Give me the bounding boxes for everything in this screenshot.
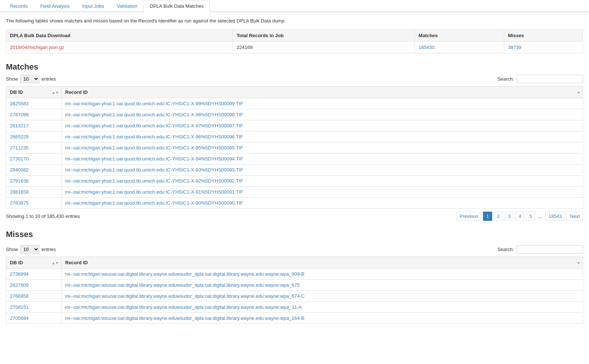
db-id-link[interactable]: 2825583: [10, 101, 29, 106]
record-id-link[interactable]: mi--oai:michigan:wsuoai:oai:digital.libr…: [65, 293, 305, 299]
matches-col-recordid[interactable]: Record ID ▼: [61, 86, 583, 98]
summary-header: Misses: [504, 30, 583, 42]
table-row: 2736894mi--oai:michigan:wsuoai:oai:digit…: [6, 269, 583, 280]
record-id-link[interactable]: mi--oai:michigan:yhsic1:oai:quod.lib.umi…: [65, 101, 243, 106]
record-id-link[interactable]: mi--oai:michigan:yhsic1:oai:quod.lib.umi…: [65, 156, 243, 162]
pagination-page-5[interactable]: 5: [526, 212, 535, 221]
tab-bar: RecordsField AnalysisInput JobsValidatio…: [0, 0, 589, 12]
db-id-link[interactable]: 2730170: [10, 156, 29, 162]
db-id-link[interactable]: 2881659: [10, 189, 29, 195]
download-link[interactable]: 2018/04/michigan.json.gz: [10, 45, 64, 50]
tab-input-jobs[interactable]: Input Jobs: [76, 0, 110, 12]
tab-validation[interactable]: Validation: [110, 0, 144, 12]
misses-col-recordid[interactable]: Record ID ▼: [61, 257, 583, 269]
pagination-previous[interactable]: Previous: [456, 212, 482, 221]
matches-entries-select[interactable]: 10 25 50 100: [20, 75, 39, 83]
db-id-link[interactable]: 2705684: [10, 315, 29, 321]
sort-icon: ▲▼: [52, 261, 59, 265]
matches-show-entries: Show 10 25 50 100 entries: [6, 75, 56, 83]
misses-section-title: Misses: [6, 230, 583, 239]
misses-search-label: Search:: [497, 247, 514, 252]
matches-controls: Show 10 25 50 100 entries Search:: [6, 75, 583, 83]
db-id-link[interactable]: 2813217: [10, 123, 29, 128]
misses-entries-label: entries: [42, 247, 56, 252]
record-id-link[interactable]: mi--oai:michigan:yhsic1:oai:quod.lib.umi…: [65, 112, 243, 117]
db-id-link[interactable]: 2665229: [10, 134, 29, 139]
table-row: 2881659mi--oai:michigan:yhsic1:oai:quod.…: [6, 187, 583, 198]
record-id-link[interactable]: mi--oai:michigan:yhsic1:oai:quod.lib.umi…: [65, 123, 243, 128]
matches-search-label: Search:: [497, 76, 514, 82]
misses-controls: Show 10 25 50 100 entries Search:: [6, 245, 583, 254]
misses-search-input[interactable]: [517, 245, 583, 254]
sort-icon: ▼: [577, 261, 581, 265]
db-id-link[interactable]: 2787099: [10, 112, 29, 117]
pagination-page-2[interactable]: 2: [494, 212, 503, 221]
tab-dpla-bulk-data-matches[interactable]: DPLA Bulk Data Matches: [144, 0, 210, 12]
table-row: 2758151mi--oai:michigan:wsuoai:oai:digit…: [6, 302, 583, 313]
record-id-link[interactable]: mi--oai:michigan:wsuoai:oai:digital.libr…: [65, 304, 302, 310]
record-id-link[interactable]: mi--oai:michigan:yhsic1:oai:quod.lib.umi…: [65, 189, 243, 195]
tab-field-analysis[interactable]: Field Analysis: [34, 0, 75, 12]
matches-section-title: Matches: [6, 62, 583, 72]
pagination-next[interactable]: Next: [567, 212, 583, 221]
matches-table: DB ID ▲▼ Record ID ▼ 2825583mi--oai:mich…: [6, 86, 583, 209]
matches-pagination: Previous12345...18543Next: [456, 212, 583, 221]
table-row: 2766958mi--oai:michigan:wsuoai:oai:digit…: [6, 291, 583, 302]
matches-col-dbid[interactable]: DB ID ▲▼: [6, 86, 61, 98]
pagination-page-18543[interactable]: 18543: [545, 212, 565, 221]
matches-search-input[interactable]: [517, 75, 583, 83]
misses-show-label: Show: [6, 247, 18, 252]
summary-header: Matches: [415, 30, 504, 42]
table-row: 2813217mi--oai:michigan:yhsic1:oai:quod.…: [6, 120, 583, 131]
matches-pagination-row: Showing 1 to 10 of 185,430 entries Previ…: [6, 212, 583, 221]
table-row: 2827809mi--oai:michigan:wsuoai:oai:digit…: [6, 280, 583, 291]
db-id-link[interactable]: 2783875: [10, 200, 29, 206]
matches-show-label: Show: [6, 76, 18, 82]
record-id-link[interactable]: mi--oai:michigan:wsuoai:oai:digital.libr…: [65, 282, 300, 288]
sort-icon: ▼: [577, 90, 581, 94]
page-description: The following tables shows matches and m…: [6, 18, 583, 24]
total-records-value: 224169: [233, 42, 415, 53]
table-row: 2791636mi--oai:michigan:yhsic1:oai:quod.…: [6, 176, 583, 187]
pagination-ellipsis: ...: [537, 212, 544, 220]
misses-table: DB ID ▲▼ Record ID ▼ 2736894mi--oai:mich…: [6, 257, 583, 324]
table-row: 2711235mi--oai:michigan:yhsic1:oai:quod.…: [6, 142, 583, 153]
matches-entries-label: entries: [42, 76, 56, 82]
db-id-link[interactable]: 2736894: [10, 271, 29, 277]
record-id-link[interactable]: mi--oai:michigan:yhsic1:oai:quod.lib.umi…: [65, 134, 243, 139]
misses-entries-select[interactable]: 10 25 50 100: [20, 245, 39, 254]
table-row: 2705684mi--oai:michigan:wsuoai:oai:digit…: [6, 313, 583, 324]
tab-records[interactable]: Records: [4, 0, 34, 12]
sort-icon: ▲▼: [52, 90, 59, 94]
db-id-link[interactable]: 2711235: [10, 145, 29, 151]
record-id-link[interactable]: mi--oai:michigan:yhsic1:oai:quod.lib.umi…: [65, 200, 243, 206]
misses-show-entries: Show 10 25 50 100 entries: [6, 245, 56, 254]
record-id-link[interactable]: mi--oai:michigan:yhsic1:oai:quod.lib.umi…: [65, 167, 243, 173]
misses-link[interactable]: 38739: [508, 45, 521, 50]
db-id-link[interactable]: 2827809: [10, 282, 29, 288]
table-row: 2783875mi--oai:michigan:yhsic1:oai:quod.…: [6, 198, 583, 209]
table-row: 2787099mi--oai:michigan:yhsic1:oai:quod.…: [6, 109, 583, 120]
matches-showing-text: Showing 1 to 10 of 185,430 entries: [6, 213, 80, 219]
record-id-link[interactable]: mi--oai:michigan:wsuoai:oai:digital.libr…: [65, 315, 304, 321]
pagination-page-4[interactable]: 4: [515, 212, 525, 221]
pagination-page-3[interactable]: 3: [505, 212, 514, 221]
table-row: 2665229mi--oai:michigan:yhsic1:oai:quod.…: [6, 131, 583, 142]
misses-search-box: Search:: [497, 245, 583, 254]
pagination-page-1[interactable]: 1: [483, 212, 492, 221]
table-row: 2840082mi--oai:michigan:yhsic1:oai:quod.…: [6, 165, 583, 176]
matches-search-box: Search:: [497, 75, 583, 83]
table-row: 2825583mi--oai:michigan:yhsic1:oai:quod.…: [6, 98, 583, 109]
record-id-link[interactable]: mi--oai:michigan:wsuoai:oai:digital.libr…: [65, 271, 304, 277]
summary-header: DPLA Bulk Data Download: [6, 30, 233, 42]
db-id-link[interactable]: 2791636: [10, 178, 29, 184]
misses-col-dbid[interactable]: DB ID ▲▼: [6, 257, 61, 269]
db-id-link[interactable]: 2840082: [10, 167, 29, 173]
matches-link[interactable]: 185430: [419, 45, 434, 50]
summary-header: Total Records in Job: [233, 30, 415, 42]
record-id-link[interactable]: mi--oai:michigan:yhsic1:oai:quod.lib.umi…: [65, 178, 243, 184]
record-id-link[interactable]: mi--oai:michigan:yhsic1:oai:quod.lib.umi…: [65, 145, 243, 151]
db-id-link[interactable]: 2758151: [10, 304, 29, 310]
table-row: 2730170mi--oai:michigan:yhsic1:oai:quod.…: [6, 153, 583, 165]
db-id-link[interactable]: 2766958: [10, 293, 29, 299]
